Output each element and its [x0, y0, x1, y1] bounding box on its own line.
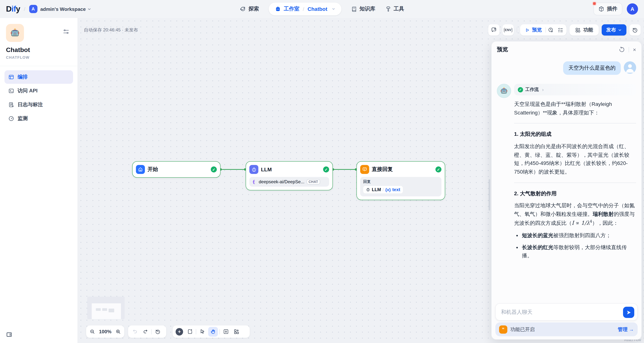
- panel-title: 预览: [497, 46, 508, 53]
- chat-input[interactable]: [500, 309, 619, 315]
- version-history-button[interactable]: [630, 24, 641, 35]
- redo-icon[interactable]: [141, 327, 150, 336]
- answer-paragraph: 当阳光穿过地球大气层时，会与空气中的分子（如氮气、氧气）和微小颗粒发生碰撞。瑞利…: [514, 201, 636, 227]
- env-icon: ENV: [504, 27, 512, 32]
- send-button[interactable]: [623, 307, 634, 318]
- restart-icon[interactable]: [618, 46, 625, 53]
- pointer-icon[interactable]: [198, 327, 207, 336]
- person-icon: [624, 61, 636, 74]
- minimap[interactable]: [87, 297, 125, 319]
- close-icon[interactable]: ×: [633, 46, 636, 53]
- history-icon[interactable]: [153, 327, 162, 336]
- node-answer[interactable]: 直接回复 ✓ 回复 LLM / {x} text: [356, 161, 445, 200]
- checklist-button[interactable]: [556, 25, 565, 35]
- annotation-button[interactable]: [488, 24, 500, 35]
- run-history-button[interactable]: [546, 25, 556, 35]
- autosave-status: 自动保存 20:46:45 · 未发布: [84, 27, 138, 33]
- user-avatar[interactable]: A: [627, 3, 638, 14]
- user-chat-avatar: [624, 61, 636, 74]
- chevron-down-icon[interactable]: [87, 7, 91, 11]
- nav-explore[interactable]: 探索: [240, 5, 259, 12]
- package-icon: [598, 6, 604, 12]
- add-note-icon[interactable]: [185, 327, 194, 336]
- zoom-in-icon[interactable]: [114, 327, 122, 336]
- minimap-viewport: [92, 303, 121, 319]
- app-icon[interactable]: [6, 24, 24, 42]
- workflow-label: 工作流: [525, 86, 539, 93]
- home-icon: [136, 165, 145, 174]
- features-button[interactable]: 功能: [570, 24, 598, 35]
- app-name: Chatbot: [6, 46, 30, 54]
- variable-icon: {x}: [385, 187, 391, 192]
- workspace-avatar[interactable]: A: [29, 5, 37, 13]
- list-item: 长波长的红光等散射较弱，大部分继续直线传播。: [522, 243, 636, 260]
- model-name: deepseek-ai/DeepSe...: [259, 179, 304, 184]
- sidebar-item-monitoring[interactable]: 监测: [4, 112, 73, 125]
- zoom-level[interactable]: 100%: [99, 329, 112, 335]
- nav-app-name: Chatbot: [308, 6, 328, 12]
- panel-header: 预览 ×: [492, 41, 642, 55]
- window-icon: [8, 74, 14, 80]
- panel-resize-handle[interactable]: [488, 179, 490, 211]
- app-mode-badge: CHATFLOW: [6, 55, 30, 59]
- undo-icon[interactable]: [130, 327, 139, 336]
- collapse-panel-icon[interactable]: [6, 332, 12, 338]
- workflow-status-badge[interactable]: ✓ 工作流 ›: [514, 84, 636, 95]
- answer-paragraph: 天空呈现蓝色是由于**瑞利散射（Rayleigh Scattering）**现象…: [514, 101, 612, 115]
- import-icon[interactable]: [221, 327, 230, 336]
- avatar-initial: A: [630, 6, 634, 12]
- answer-list: 短波长的蓝光被强烈散射到四面八方； 长波长的红光等散射较弱，大部分继续直线传播。: [514, 231, 636, 260]
- manage-features-link[interactable]: 管理 →: [618, 326, 634, 333]
- sidebar-item-logs[interactable]: 日志与标注: [4, 98, 73, 111]
- path-slash: /: [382, 187, 384, 192]
- add-node-button[interactable]: +: [176, 328, 183, 335]
- features-enabled-bar: “ 功能已开启 管理 →: [495, 323, 638, 336]
- log-icon: [8, 102, 14, 108]
- features-label: 功能: [583, 26, 593, 33]
- chat-input-box[interactable]: [495, 303, 638, 321]
- bot-avatar: [497, 84, 511, 98]
- ref-node-name: LLM: [372, 187, 381, 192]
- canvas-tools: +: [172, 326, 250, 338]
- plugins-button[interactable]: 插件: [594, 2, 622, 15]
- hammer-icon: [385, 6, 391, 12]
- preview-group: 预览: [520, 24, 566, 35]
- zoom-out-icon[interactable]: [88, 327, 96, 336]
- logo-letter: if: [12, 4, 16, 13]
- workspace-name[interactable]: admin's Workspace: [40, 6, 86, 12]
- node-title: 开始: [148, 166, 158, 173]
- terminal-icon: [8, 88, 14, 94]
- preview-button[interactable]: 预览: [521, 24, 546, 35]
- publish-button[interactable]: 发布: [602, 24, 626, 35]
- sidebar-item-label: 访问 API: [18, 87, 38, 94]
- chat-input-area: “ 功能已开启 管理 →: [492, 303, 642, 339]
- features-enabled-label: 功能已开启: [510, 326, 535, 333]
- publish-label: 发布: [606, 26, 616, 33]
- chevron-down-icon[interactable]: [332, 7, 335, 11]
- node-title: 直接回复: [372, 166, 393, 173]
- user-message-bubble: 天空为什么是蓝色的: [563, 61, 621, 75]
- chat-messages: 天空为什么是蓝色的 ✓ 工作流 ›: [492, 55, 642, 303]
- nav-tools[interactable]: 工具: [385, 5, 404, 12]
- list-item: 短波长的蓝光被强烈散射到四面八方；: [522, 231, 636, 240]
- nav-knowledge[interactable]: 知识库: [351, 5, 375, 12]
- sidebar-item-orchestrate[interactable]: 编排: [4, 70, 73, 84]
- app-settings-icon[interactable]: [63, 28, 69, 35]
- node-start[interactable]: 开始 ✓: [132, 161, 220, 178]
- node-llm[interactable]: LLM ✓ deepseek-ai/DeepSe... CHAT: [246, 161, 333, 190]
- model-selector[interactable]: deepseek-ai/DeepSe... CHAT: [249, 177, 329, 187]
- brain-icon: [249, 165, 258, 174]
- manage-label: 管理: [618, 326, 628, 333]
- organize-icon[interactable]: [232, 327, 241, 336]
- math-formula: I ∝ 1/λ4: [572, 220, 592, 226]
- bot-message-markdown: 天空呈现蓝色是由于**瑞利散射（Rayleigh Scattering）**现象…: [514, 100, 636, 260]
- env-button[interactable]: ENV: [502, 24, 514, 35]
- divider: [514, 123, 636, 124]
- nav-studio-breadcrumb[interactable]: 工作室 / Chatbot: [269, 2, 341, 15]
- variable-reference[interactable]: LLM / {x} text: [363, 186, 403, 193]
- sidebar-item-api[interactable]: 访问 API: [4, 84, 73, 98]
- preview-panel: 预览 × 天空为什么是蓝色的: [491, 41, 642, 340]
- answer-section-label: 回复: [363, 179, 438, 184]
- hand-tool-icon[interactable]: [208, 327, 218, 337]
- chat-annotation-icon: [491, 27, 497, 33]
